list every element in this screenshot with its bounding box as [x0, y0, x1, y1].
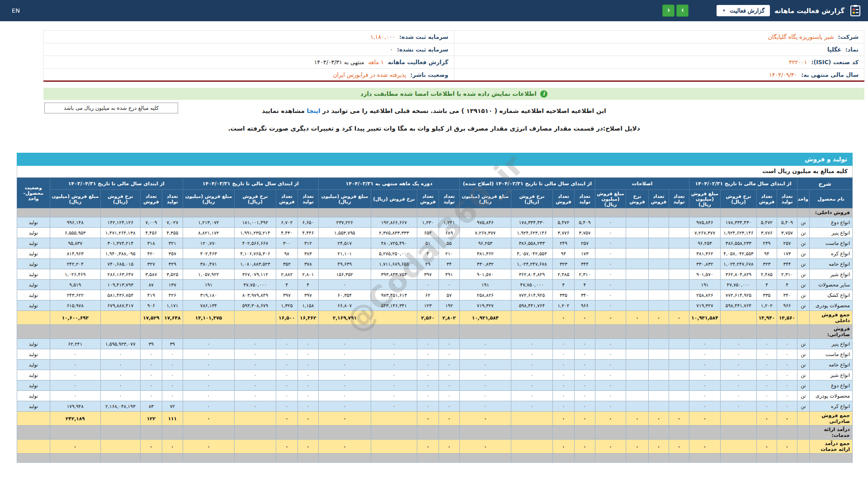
value-cell: ۰ — [756, 380, 777, 391]
value-cell — [162, 325, 183, 339]
value-cell: تن — [797, 290, 809, 300]
value-cell: ۳۶۷,۰۷۹,۱۱۲ — [234, 269, 276, 280]
value-cell: ۲,۸۸۲ — [276, 269, 297, 280]
value-cell: ۰ — [297, 401, 318, 412]
value-cell: ۱,۹۲۴,۶۲۳,۱۴۶ — [511, 228, 552, 238]
value-cell: ۴۷,۷۵۰,۰۰۰ — [511, 280, 552, 290]
next-report-button[interactable]: › — [676, 5, 689, 17]
value-cell: ۶,۶۵۰ — [297, 217, 318, 228]
value-cell: ۷۱۹,۳۲۷ — [689, 300, 720, 311]
value-cell: ۰ — [756, 339, 777, 349]
previous-report-button[interactable]: ‹ — [662, 5, 675, 17]
value-cell — [669, 269, 689, 280]
col-header-nerkh: نرخ فروش — [626, 190, 648, 208]
value-cell: ۲۱۰ — [439, 249, 459, 259]
value-cell: تن — [797, 391, 809, 401]
value-cell: ۴۲۶ — [162, 290, 183, 300]
value-cell: ۴۹۱ — [439, 269, 459, 280]
value-cell — [626, 300, 648, 311]
value-cell: ۲,۵۶۰ — [417, 311, 439, 325]
value-cell: ۱,۲۱۳,۰۷۲ — [183, 217, 234, 228]
report-type-dropdown-label: گزارش فعالیت — [730, 7, 764, 14]
status-cell: تولید — [17, 339, 50, 349]
value-cell: ۰ — [552, 339, 574, 349]
value-cell: تن — [797, 249, 809, 259]
value-cell: ۳,۷۷۶ — [756, 228, 777, 238]
value-cell — [626, 290, 648, 300]
value-cell: ۳۳۵ — [756, 290, 777, 300]
value-cell: ۶۱۵,۹۷۸ — [50, 300, 100, 311]
value-cell: ۴,۴۳۰ — [276, 228, 297, 238]
value-cell — [574, 325, 595, 339]
value-cell — [234, 440, 276, 454]
status-cell: تولید — [17, 290, 50, 300]
value-cell — [720, 311, 756, 325]
value-cell: ۰ — [595, 380, 626, 391]
value-cell: ۵,۴۰۹ — [777, 217, 797, 228]
previous-version-link[interactable]: اینجا — [307, 107, 321, 114]
value-cell: ۹۰۱,۵۷۰ — [689, 269, 720, 280]
value-cell — [626, 259, 648, 269]
value-cell: ۶,۵۵۵,۹۵۳ — [50, 228, 100, 238]
value-cell — [777, 426, 797, 440]
product-name-cell: انواع خامه — [810, 259, 853, 269]
value-cell: ۰ — [756, 412, 777, 426]
value-cell: ۴,۰۵۷,۰۴۲,۵۵۳ — [511, 249, 552, 259]
value-cell: ۰ — [595, 249, 626, 259]
value-cell — [417, 426, 439, 440]
value-cell — [648, 280, 669, 290]
company-name-cell: شرکت: شیر پاستوریزه پگاه گلپایگان — [454, 31, 864, 43]
value-cell: ۶۰,۳۵۴ — [318, 290, 371, 300]
report-type-dropdown[interactable]: گزارش فعالیت ▼ — [717, 5, 770, 16]
value-cell: ۰ — [595, 259, 626, 269]
value-cell — [276, 426, 297, 440]
value-cell: ۱,۵۹۵,۹۲۳,۰۷۷ — [100, 339, 140, 349]
value-cell — [756, 208, 777, 217]
value-cell: ۴,۴۴۶ — [297, 228, 318, 238]
value-cell: ۰ — [417, 391, 439, 401]
value-cell: ۹۸ — [276, 249, 297, 259]
value-cell — [648, 259, 669, 269]
value-cell: ۰ — [595, 217, 626, 228]
language-toggle[interactable]: EN — [12, 7, 20, 14]
value-cell: ۰ — [777, 412, 797, 426]
value-cell: ۷,۰۲۷ — [162, 217, 183, 228]
value-cell: ۰ — [552, 311, 574, 325]
value-cell — [626, 228, 648, 238]
product-name-header: نام محصول — [810, 190, 853, 208]
value-cell: ۰ — [595, 300, 626, 311]
value-cell: ۴ — [417, 249, 439, 259]
value-cell: ۱۳۷ — [162, 280, 183, 290]
value-cell: ۴ — [276, 280, 297, 290]
value-cell — [797, 208, 809, 217]
value-cell: ۰ — [720, 380, 756, 391]
product-name-cell: انواع ماست — [810, 238, 853, 249]
fiscal-year-cell: سال مالی منتهی به: ۱۴۰۴/۰۹/۳۰ — [454, 69, 864, 81]
value-cell: ۷۲ — [162, 401, 183, 412]
value-cell — [162, 454, 183, 463]
value-cell: ۰ — [297, 339, 318, 349]
page-title: گزارش فعالیت ماهانه — [774, 7, 844, 14]
value-cell: ۰ — [574, 360, 595, 370]
status-cell: تولید — [17, 280, 50, 290]
value-cell: ۰ — [162, 391, 183, 401]
value-cell — [459, 454, 511, 463]
top-bar: گزارش فعالیت ماهانه گزارش فعالیت ▼ › ‹ E… — [0, 0, 868, 21]
value-cell: ۱,۲۰۲ — [552, 300, 574, 311]
value-cell: ۷,۰۰۹ — [140, 217, 162, 228]
value-cell: ۰ — [689, 370, 720, 380]
value-cell: ۰ — [276, 391, 297, 401]
value-cell: ۵۵ — [439, 238, 459, 249]
topbar-right-cluster: گزارش فعالیت ماهانه گزارش فعالیت ▼ › ‹ — [662, 5, 861, 17]
value-cell: ۵۹۸,۴۴۱,۷۶۴ — [511, 300, 552, 311]
col-header-forush: تعداد فروش — [648, 190, 669, 208]
value-cell: ۳۸۶,۵۵۸,۲۳۳ — [720, 238, 756, 249]
value-cell: ۰ — [439, 280, 459, 290]
value-cell: ۲,۸۰۲ — [439, 311, 459, 325]
value-cell: ۲,۱۶۹,۷۹۱ — [318, 311, 371, 325]
value-cell: ۱۷۳ — [574, 249, 595, 259]
value-cell — [626, 339, 648, 349]
value-cell: ۰ — [595, 339, 626, 349]
value-cell — [720, 412, 756, 426]
value-cell: ۰ — [552, 360, 574, 370]
